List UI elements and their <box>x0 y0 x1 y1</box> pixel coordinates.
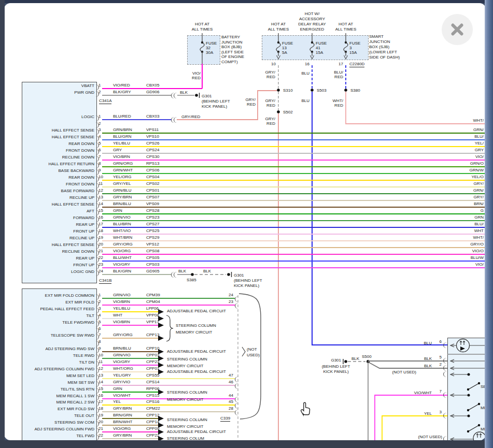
pin-label: REAR UP <box>24 222 94 227</box>
wire <box>102 200 485 201</box>
pin-label: FRONT DOWN <box>24 182 94 187</box>
wire-color-code: YEL <box>401 411 432 416</box>
pin-label: STEERING SW COM <box>24 420 94 425</box>
connector-c341b: C341B <box>99 278 111 284</box>
wire-color-code: GRN/BRN <box>113 127 132 133</box>
pin-label: ADJ STEERING COLUMN FWD <box>24 367 94 372</box>
pin-label: EXT MIR FOLD <box>24 300 94 305</box>
sjb-desc: SMART JUNCTION BOX (SJB) (LOWER LEFT SID… <box>369 34 400 60</box>
pin-connector-icon <box>443 413 447 418</box>
wire-color-code-right: BLU/W <box>453 255 484 261</box>
wire <box>102 358 158 359</box>
connector-c341a: C341A <box>99 98 111 104</box>
end-pin-number: 46 <box>223 380 233 385</box>
pin-label: MEM SET SW <box>24 380 94 385</box>
wire-color-code-right: GRN/ <box>453 188 484 193</box>
circuit-target: ADJUSTABLE PEDAL CIRCUIT <box>167 369 226 374</box>
wire-color-code: BRN/BLU <box>113 346 131 351</box>
pin-label: HALL EFFECT SENSE <box>24 135 94 140</box>
pin-label: ADJ STEERING RWD SW <box>24 346 94 352</box>
wire-color-code: VIO/WHT <box>401 391 432 396</box>
wire-color-code: YEL/ORG <box>113 175 132 180</box>
pin-number: 21 <box>98 249 103 254</box>
circuit-code: CPS15 <box>146 393 159 398</box>
wire-color-code-right: VIO/ <box>453 262 484 267</box>
wire-color-code: VIO/BRN <box>113 299 130 305</box>
arrow-icon <box>158 336 164 341</box>
pin-number: 15 <box>98 208 103 213</box>
pin-number: 16 <box>98 215 103 220</box>
wire <box>102 193 485 194</box>
wire <box>102 267 485 268</box>
splice-s502-dot <box>277 110 280 113</box>
diagram-viewer[interactable]: HOT AT ALL TIMES FUSE 32 30A BATTERY JUN… <box>4 3 486 440</box>
circuit-code: CBX05 <box>146 83 159 88</box>
ground-g301-icon <box>343 359 347 364</box>
wire-color-code: GRN/VIO <box>113 215 131 220</box>
pin-number: 13 <box>98 373 103 378</box>
circuit-code: CPS08 <box>146 249 159 254</box>
circuit-target: STEERING COLUMN MEMORY CIRCUIT <box>176 322 216 336</box>
circuit-code: CPM39 <box>146 293 160 298</box>
pin-label: TELE RWD <box>24 353 94 358</box>
wire-color-code: GRY/ORG <box>113 333 133 338</box>
wire <box>102 207 485 208</box>
wire-color-code: VIO/BRN <box>113 320 130 325</box>
wire <box>102 133 485 134</box>
wire <box>102 247 485 248</box>
pin-number: 4 <box>98 313 101 318</box>
circuit-code: VPS10 <box>146 134 159 139</box>
circuit-code: CPS05 <box>146 255 159 261</box>
pin-connector-icon <box>443 436 447 440</box>
bjb-wire-label: VIO/ RED <box>182 71 201 80</box>
end-pin-number: 45 <box>223 399 233 404</box>
circuit-code: CPS24 <box>146 148 159 153</box>
wire-color-code: (NOT USED) <box>401 435 442 440</box>
wire <box>102 338 158 339</box>
circuit-code: RPP06 <box>146 386 159 392</box>
pin-label: BASE FORWARD <box>24 189 94 194</box>
circuit-code: LPP06 <box>146 306 159 311</box>
pin-number: 18 <box>98 228 103 234</box>
wire <box>102 325 158 326</box>
circuit-code: CPS28 <box>146 208 159 213</box>
pin-label: BASE BACKWARD <box>24 168 94 174</box>
pin-label: MEM RECALL 2 SW <box>24 400 94 405</box>
wire-color-code-right: BLU/ <box>453 222 484 227</box>
wire <box>102 311 158 312</box>
pin-number: 12 <box>98 366 103 371</box>
wire-color-code: GRN <box>113 208 122 213</box>
circuit-code: CPS27 <box>146 222 159 227</box>
wire-color-code-right: VIO/ <box>453 154 484 160</box>
pin-number: 12 <box>98 188 103 193</box>
wire-color-code-right: BRN/ <box>453 201 484 207</box>
circuit-code: CPS25 <box>146 228 159 234</box>
pin-label: HALL EFFECT SENSE <box>24 202 94 207</box>
bottom-edge <box>0 440 493 448</box>
wire <box>102 227 485 228</box>
pin-number: 2 <box>98 299 101 305</box>
pin-number: 7 <box>98 154 101 160</box>
pin-label: TELESCOPE SW RWD <box>24 333 94 338</box>
feed-gry-red-label: GRY/ RED <box>257 70 275 79</box>
not-used-bracket <box>242 347 245 356</box>
pin-label: PWR GND <box>24 90 94 95</box>
end-pin-number: 28 <box>223 406 233 411</box>
circuit-code: CPP14 <box>146 420 159 425</box>
pin-label: RECLINE UP <box>24 195 94 200</box>
pin-label: TILT <box>24 313 94 319</box>
connector-c339: C339 <box>220 416 230 422</box>
splice-s385-dot <box>191 273 194 276</box>
circuit-code: CPP03 <box>146 353 159 358</box>
circuit-code: VPP08 <box>146 313 159 318</box>
circuit-code: CPS30 <box>146 154 159 160</box>
pin-connector-icon <box>443 371 447 377</box>
circuit-target: STEERING COLUMN MEMORY CIRCUIT <box>167 389 207 403</box>
wiring-diagram: HOT AT ALL TIMES FUSE 32 30A BATTERY JUN… <box>4 3 486 440</box>
right-scroll-region[interactable] <box>485 0 493 448</box>
pin-number: 14 <box>98 201 103 207</box>
wire-color-code: GRN <box>113 386 122 392</box>
close-button[interactable] <box>442 14 473 45</box>
pin-number: 2 <box>98 90 101 95</box>
wire <box>102 213 485 214</box>
